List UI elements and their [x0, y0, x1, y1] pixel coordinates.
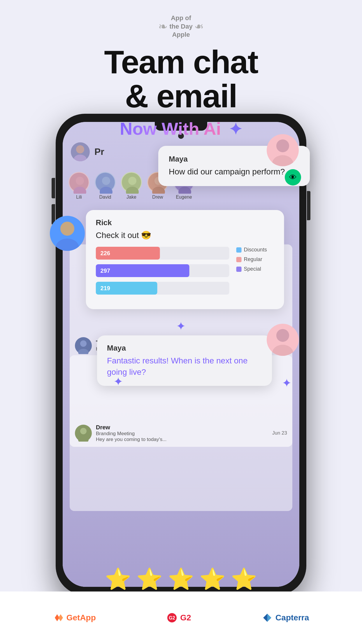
drew-row-avatar [75, 425, 92, 442]
bar-fill-1: 226 [96, 247, 160, 260]
svg-point-2 [76, 177, 84, 185]
star-3: ⭐ [168, 567, 194, 592]
star-5: ⭐ [231, 567, 257, 592]
svg-point-14 [80, 428, 87, 434]
lili-name: Lili [76, 195, 82, 200]
svg-point-20 [276, 329, 289, 342]
chart-bars-legend: 226 297 219 [96, 247, 274, 299]
team-member-jake: Jake [121, 172, 142, 200]
ai-subtitle-text: Now With Ai [120, 119, 221, 139]
award-line1: App of [169, 14, 192, 22]
bar-label-2: 297 [101, 267, 110, 274]
campaign-chart: 226 297 219 [96, 247, 274, 299]
svg-point-13 [78, 349, 89, 354]
main-heading: Team chat & email [0, 45, 362, 113]
rick-bubble: Rick Check it out 😎 226 [86, 210, 284, 309]
project-avatar [71, 142, 90, 161]
laurel-right-icon: ❧ [194, 20, 204, 33]
david-avatar [95, 172, 116, 193]
svg-point-16 [276, 139, 289, 152]
svg-point-12 [80, 340, 87, 347]
svg-point-15 [78, 436, 89, 442]
legend-label-2: Regular [244, 256, 262, 262]
sparkle-icon: ✦ [229, 120, 242, 139]
g2-label: G2 [180, 613, 191, 622]
svg-point-11 [178, 187, 191, 194]
heading-line2: & email [0, 79, 362, 113]
power-button [307, 191, 310, 220]
maya-2-text: Fantastic results! When is the next one … [107, 355, 262, 378]
drew-info: Drew Branding Meeting Hey are you coming… [96, 424, 268, 442]
bottom-badges: GetApp G2 G2 Capterra [0, 592, 362, 644]
legend-dot-pink [236, 257, 242, 262]
maya-bubble-2: Maya Fantastic results! When is the next… [97, 335, 272, 386]
g2-badge: G2 G2 [167, 612, 191, 623]
award-line2: the Day [169, 22, 192, 31]
maya-avatar-2 [267, 324, 299, 356]
capterra-label: Capterra [275, 613, 309, 622]
star-4: ⭐ [199, 567, 226, 592]
bar-label-3: 219 [101, 285, 110, 292]
g2-icon: G2 [167, 612, 177, 623]
vol-up-button [52, 178, 55, 198]
maya-avatar-1 [267, 134, 299, 166]
rick-avatar [50, 216, 85, 251]
chart-row-1: 226 [96, 247, 229, 260]
chart-legend: Discounts Regular Special [236, 247, 274, 299]
team-member-lili: Lili [68, 172, 89, 200]
bar-fill-2: 297 [96, 264, 189, 277]
eugene-name: Eugene [176, 195, 192, 200]
person-avatar-svg [71, 142, 90, 161]
legend-label-3: Special [244, 266, 261, 272]
rick-text: Check it out 😎 [96, 230, 274, 241]
svg-marker-27 [267, 614, 271, 622]
stars-row: ⭐ ⭐ ⭐ ⭐ ⭐ [0, 567, 362, 592]
svg-text:G2: G2 [169, 615, 175, 620]
jake-name: Jake [126, 195, 136, 200]
seen-badge: 👁 [285, 169, 301, 186]
drew-label: Branding Meeting [96, 431, 268, 437]
legend-label-1: Discounts [244, 247, 267, 253]
chart-row-2: 297 [96, 264, 229, 277]
getapp-label: GetApp [66, 613, 96, 622]
drew-date: Jun 23 [272, 430, 287, 436]
legend-discounts: Discounts [236, 247, 274, 253]
svg-marker-23 [58, 614, 63, 621]
bar-track-3: 219 [96, 282, 229, 295]
capterra-icon [262, 612, 273, 623]
svg-point-1 [74, 155, 87, 161]
maya-2-sender: Maya [107, 344, 262, 353]
bar-track-2: 297 [96, 264, 229, 277]
sparkle-deco-3: ✦ [282, 376, 292, 390]
lili-avatar [68, 172, 89, 193]
meeting-avatar [75, 337, 92, 354]
svg-point-9 [152, 187, 165, 194]
svg-point-7 [126, 187, 139, 194]
ai-subtitle: Now With Ai ✦ [0, 119, 362, 139]
bar-track-1: 226 [96, 247, 229, 260]
team-member-david: David [95, 172, 116, 200]
maya-1-text: How did our campaign perform? [169, 166, 299, 177]
star-1: ⭐ [105, 567, 131, 592]
getapp-badge: GetApp [53, 612, 96, 623]
drew-name: Drew [152, 195, 163, 200]
rick-sender: Rick [96, 218, 274, 227]
award-badge: ❧ App of the Day Apple ❧ [0, 14, 362, 39]
svg-point-5 [100, 187, 113, 194]
svg-point-4 [102, 177, 110, 185]
laurel-left-icon: ❧ [158, 20, 168, 33]
david-name: David [99, 195, 111, 200]
jake-avatar [121, 172, 142, 193]
legend-dot-blue [236, 247, 242, 253]
legend-special: Special [236, 266, 274, 272]
star-2: ⭐ [136, 567, 163, 592]
award-line3: Apple [169, 31, 192, 39]
chart-row-3: 219 [96, 282, 229, 295]
getapp-icon [53, 612, 64, 623]
project-label: Pr [94, 146, 104, 157]
svg-point-3 [73, 187, 86, 194]
sparkle-deco-1: ✦ [176, 319, 186, 333]
eye-icon: 👁 [289, 173, 297, 182]
chart-bars: 226 297 219 [96, 247, 229, 299]
bar-fill-3: 219 [96, 282, 157, 295]
